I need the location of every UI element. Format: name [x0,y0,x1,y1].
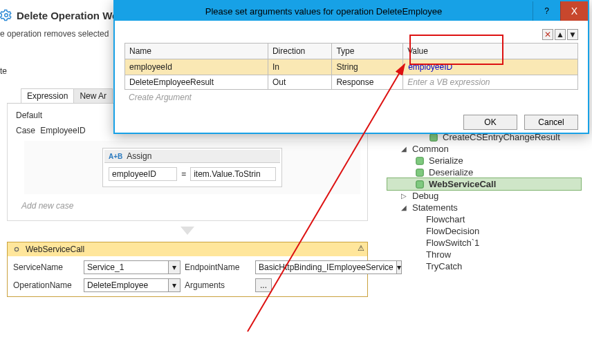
assign-icon: A+B [109,153,122,160]
arguments-dialog: Please set arguments values for operatio… [113,0,589,134]
tree-node[interactable]: Serialize [387,155,581,166]
servicename-combo[interactable]: Service_1 ▾ [84,260,181,274]
chevron-down-icon: ◢ [401,145,408,153]
operationname-label: OperationName [12,279,81,291]
gear-icon [12,245,21,254]
operationname-value: DeleteEmployee [84,278,168,292]
tree-node[interactable]: FlowDecision [387,225,581,237]
tree-node[interactable]: ▷Debug [387,190,581,202]
warning-icon: ⚠ [358,244,364,253]
designer-title: Delete Operation Wo [17,10,118,21]
chevron-right-icon: ▷ [401,192,408,200]
tree-node-label: FlowDecision [426,226,479,236]
endpointname-label: EndpointName [183,261,252,274]
tree-node-label: Statements [412,202,458,213]
case-value: EmployeeID [40,126,85,135]
help-button[interactable]: ? [533,1,560,21]
assign-left-field[interactable]: employeeID [109,167,177,181]
servicename-value: Service_1 [84,260,168,274]
tab-new-argument[interactable]: New Ar [73,88,113,103]
delete-row-icon[interactable]: ✕ [542,29,553,40]
assign-title: Assign [127,151,151,161]
value-input[interactable] [407,61,573,73]
arguments-button[interactable]: ... [255,278,272,292]
svg-point-1 [15,247,18,251]
tree-node[interactable]: TryCatch [387,260,581,272]
delete-text-fragment: te [0,66,7,76]
col-name[interactable]: Name [125,44,268,59]
move-down-icon[interactable]: ▼ [567,29,578,40]
tree-node[interactable]: Flowchart [387,213,581,225]
flow-arrow-icon [179,225,196,238]
svg-rect-4 [416,169,424,176]
tree-node-label: Serialize [429,155,463,166]
operationname-combo[interactable]: DeleteEmployee ▾ [84,278,181,292]
table-row[interactable]: DeleteEmployeeResultOutResponseEnter a V… [125,75,578,90]
arguments-label: Arguments [183,279,252,291]
svg-point-0 [5,14,8,17]
tree-node[interactable]: WebServiceCall [387,178,581,190]
add-new-case[interactable]: Add new case [15,197,360,215]
close-button[interactable]: X [560,1,588,21]
svg-rect-2 [430,133,438,141]
tree-node[interactable]: ◢Statements [387,202,581,213]
create-argument-link[interactable]: Create Argument [124,90,578,105]
col-value[interactable]: Value [403,44,578,59]
assign-activity[interactable]: A+B Assign employeeID = item.Value.ToStr… [102,148,282,187]
col-direction[interactable]: Direction [268,44,331,59]
wsc-title: WebServiceCall [26,245,84,254]
assign-right-field[interactable]: item.Value.ToStrin [190,167,276,181]
toolbox-tree: CreateCSEntryChangeResult◢CommonSerializ… [387,131,581,272]
dropdown-icon[interactable]: ▾ [168,278,181,292]
tree-node-label: FlowSwitch`1 [426,238,479,248]
chevron-down-icon: ◢ [401,204,408,211]
gear-icon [0,9,12,21]
dialog-title: Please set arguments values for operatio… [115,6,533,17]
tree-node-label: Debug [412,191,438,201]
endpointname-value: BasicHttpBinding_IEmployeeService [255,260,396,274]
col-type[interactable]: Type [332,44,403,59]
tree-node-label: WebServiceCall [429,179,496,189]
webservicecall-activity[interactable]: WebServiceCall ⚠ ServiceName Service_1 ▾… [7,242,368,297]
gear-icon [415,180,425,189]
servicename-label: ServiceName [12,261,81,274]
endpointname-combo[interactable]: BasicHttpBinding_IEmployeeService ▾ [255,260,394,274]
arguments-table: Name Direction Type Value employeeIdInSt… [124,43,578,90]
table-row[interactable]: employeeIdInString [125,59,578,75]
tree-node[interactable]: Deserialize [387,166,581,178]
tree-node[interactable]: ◢Common [387,143,581,155]
serialize-icon [415,156,425,166]
value-placeholder[interactable]: Enter a VB expression [407,77,490,87]
designer-subtitle: e operation removes selected [0,29,109,39]
cancel-button[interactable]: Cancel [524,115,578,130]
tree-node-label: Common [412,144,449,154]
tree-node-label: TryCatch [426,261,462,271]
tree-node-label: Deserialize [429,167,473,178]
ok-button[interactable]: OK [463,115,517,130]
tree-node-label: Flowchart [426,214,465,224]
equals-label: = [181,169,186,179]
case-label: Case [16,126,35,135]
dropdown-icon[interactable]: ▾ [168,260,181,274]
tab-expression[interactable]: Expression [21,88,74,103]
svg-rect-5 [416,180,424,188]
deserialize-icon [415,168,425,178]
tree-node[interactable]: Throw [387,249,581,260]
move-up-icon[interactable]: ▲ [555,29,566,40]
tree-node[interactable]: FlowSwitch`1 [387,237,581,249]
tree-node-label: Throw [426,249,451,260]
svg-rect-3 [416,157,424,164]
